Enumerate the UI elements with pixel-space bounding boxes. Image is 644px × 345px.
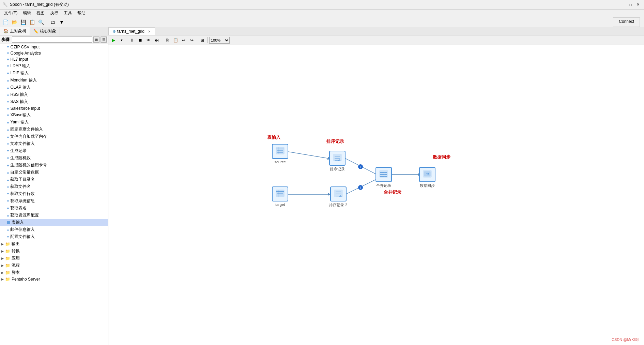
tree-item[interactable]: ≡文件内容加载至内存 (0, 133, 108, 140)
node-merge-box[interactable] (375, 167, 392, 182)
label-sort1-top: 排序记录 (326, 138, 344, 145)
run-btn[interactable]: ▶ (110, 36, 117, 44)
tree-item[interactable]: ≡获取表名 (0, 205, 108, 212)
tree-item[interactable]: ≡生成随机数 (0, 154, 108, 162)
paste-btn[interactable]: 📋 (172, 36, 179, 44)
svg-text:i: i (360, 165, 361, 169)
node-sync-box[interactable] (419, 167, 435, 182)
pause-btn[interactable]: ⏸ (128, 36, 136, 44)
tab-main-objects[interactable]: 🏠 主对象树 (0, 27, 30, 35)
canvas-tabs: ⚙ tarns_met_grid ✕ (108, 27, 644, 35)
tree-item[interactable]: ≡获取子目录名 (0, 176, 108, 183)
category-label: 应用 (12, 255, 20, 261)
tree-item[interactable]: ≡HL7 Input (0, 56, 108, 62)
tree-item[interactable]: ≡GZIP CSV Input (0, 44, 108, 50)
node-source[interactable]: source (272, 144, 288, 164)
maximize-btn[interactable]: □ (627, 1, 634, 8)
node-sort1[interactable]: 排序记录 (329, 151, 346, 172)
tree-item[interactable]: ≡生成记录 (0, 147, 108, 154)
tree-category[interactable]: ▶📁应用 (0, 255, 108, 262)
tree-item[interactable]: ≡获取系统信息 (0, 197, 108, 205)
node-sort2-box[interactable] (330, 186, 347, 201)
tree-item[interactable]: ≡文本文件输入 (0, 140, 108, 147)
menu-help[interactable]: 帮助 (75, 10, 88, 17)
item-label: 生成随机数 (10, 155, 31, 161)
stop-btn[interactable]: ⏹ (137, 36, 144, 44)
run-dropdown[interactable]: ▼ (118, 36, 125, 44)
tree-item[interactable]: ≡Yaml 输入 (0, 119, 108, 126)
node-sync[interactable]: 数据同步 (419, 167, 435, 188)
menu-edit[interactable]: 编辑 (20, 10, 34, 17)
canvas-tab-main[interactable]: ⚙ tarns_met_grid ✕ (108, 27, 155, 35)
item-icon: ≡ (7, 64, 9, 68)
tree-item[interactable]: ≡OLAP 输入 (0, 84, 108, 91)
connect-button[interactable]: Connect (613, 17, 640, 27)
node-target-box[interactable] (272, 186, 288, 201)
tree-item[interactable]: ≡LDAP 输入 (0, 62, 108, 70)
tree-category[interactable]: ▶📁流程 (0, 262, 108, 269)
watermark: CSDN @MrKl剑 (612, 337, 639, 342)
tree-item[interactable]: ≡SAS 输入 (0, 98, 108, 105)
align-btn[interactable]: ⊞ (199, 36, 206, 44)
tree-item[interactable]: ≡LDIF 输入 (0, 70, 108, 77)
minimize-btn[interactable]: ─ (619, 1, 626, 8)
item-label: OLAP 输入 (10, 85, 30, 90)
node-source-box[interactable] (272, 144, 288, 159)
copy-btn[interactable]: ⎘ (164, 36, 171, 44)
item-label: RSS 输入 (10, 92, 28, 97)
item-label: 文件内容加载至内存 (10, 134, 47, 139)
tree-item[interactable]: ≡邮件信息输入 (0, 226, 108, 233)
toolbar-separator-1 (47, 19, 47, 26)
undo-btn[interactable]: ↩ (180, 36, 187, 44)
menu-view[interactable]: 视图 (34, 10, 47, 17)
open-btn[interactable]: 📂 (10, 18, 18, 26)
tree-item[interactable]: ≡固定宽度文件输入 (0, 126, 108, 133)
node-target[interactable]: target (272, 186, 288, 207)
menu-tools[interactable]: 工具 (61, 10, 75, 17)
node-merge[interactable]: 合并记录 (375, 167, 392, 188)
explore-btn[interactable]: 🔍 (37, 18, 45, 26)
search-input[interactable] (12, 36, 92, 43)
tree-item[interactable]: ≡XBase输入 (0, 111, 108, 119)
layers-dropdown[interactable]: ▼ (58, 18, 66, 26)
tree-category[interactable]: ▶📁脚本 (0, 269, 108, 276)
layers-btn[interactable]: 🗂 (49, 18, 57, 26)
tab-core-objects[interactable]: ✏️ 核心对象 (30, 27, 60, 35)
tree-item[interactable]: ≡自定义常量数据 (0, 169, 108, 176)
tree-category[interactable]: ▶📁输出 (0, 240, 108, 247)
search-options-btn[interactable]: ☰ (101, 36, 107, 43)
tree-item[interactable]: ≡RSS 输入 (0, 91, 108, 98)
tree-item[interactable]: ≡获取文件名 (0, 183, 108, 190)
tree-item[interactable]: ▦表输入 (0, 219, 108, 226)
tree-item[interactable]: ≡Mondrian 输入 (0, 77, 108, 84)
zoom-select[interactable]: 50% 75% 100% 125% 150% 200% (209, 37, 230, 44)
step-run-btn[interactable]: ⏭ (153, 36, 160, 44)
tree-item[interactable]: ≡Google Analytics (0, 50, 108, 56)
tree-item[interactable]: ≡获取资源库配置 (0, 212, 108, 219)
tree-item[interactable]: ≡获取文件行数 (0, 190, 108, 197)
redo-btn[interactable]: ↪ (188, 36, 196, 44)
tree-category[interactable]: ▶📁Pentaho Server (0, 276, 108, 282)
save-as-btn[interactable]: 📋 (28, 18, 36, 26)
node-sort2[interactable]: 排序记录 2 (329, 186, 347, 208)
save-btn[interactable]: 💾 (19, 18, 27, 26)
tree-item[interactable]: ≡生成随机的信用卡号 (0, 162, 108, 169)
search-expand-btn[interactable]: ⊞ (93, 36, 99, 43)
canvas-sep-3 (197, 37, 197, 43)
new-btn[interactable]: 📄 (1, 18, 10, 26)
tree-category[interactable]: ▶📁转换 (0, 247, 108, 255)
close-btn[interactable]: ✕ (634, 1, 641, 8)
canvas-tab-close[interactable]: ✕ (148, 30, 151, 33)
preview-btn[interactable]: 👁 (145, 36, 152, 44)
item-icon: ≡ (7, 57, 9, 61)
tree-item[interactable]: ≡配置文件输入 (0, 233, 108, 240)
tree-item[interactable]: ≡Salesforce Input (0, 105, 108, 111)
menu-file[interactable]: 文件(F) (1, 10, 20, 17)
menu-run[interactable]: 执行 (47, 10, 61, 17)
canvas-area: i i 表输入 source (108, 45, 644, 345)
folder-icon: 📁 (5, 256, 10, 261)
item-icon: ≡ (7, 113, 9, 117)
item-icon: ≡ (7, 142, 9, 146)
node-sort1-box[interactable] (329, 151, 346, 166)
right-panel: ⚙ tarns_met_grid ✕ ▶ ▼ ⏸ ⏹ 👁 ⏭ ⎘ 📋 ↩ ↪ ⊞… (108, 27, 644, 345)
